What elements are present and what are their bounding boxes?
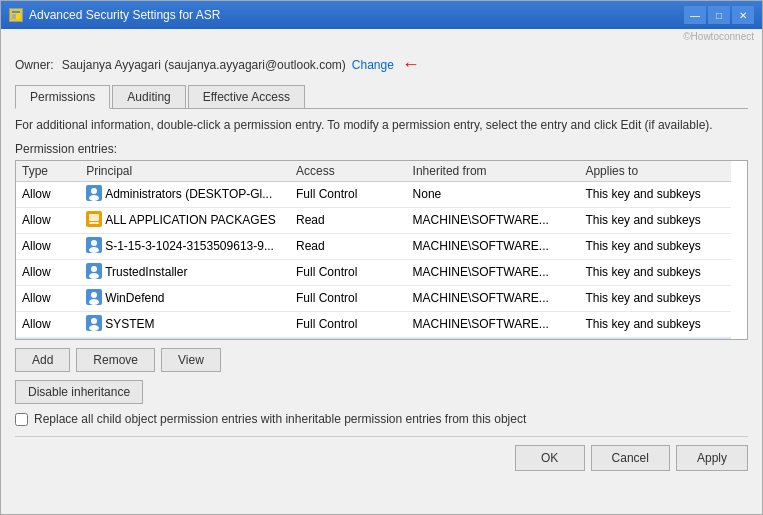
table-body: Allow Administrators (DESKTOP-Gl... Full… <box>16 181 731 339</box>
cell-inherited: None <box>407 181 580 207</box>
cell-access: Read <box>290 207 407 233</box>
watermark: ©Howtoconnect <box>1 29 762 44</box>
remove-button[interactable]: Remove <box>76 348 155 372</box>
dialog-buttons: OK Cancel Apply <box>15 436 748 471</box>
cell-inherited: MACHINE\SOFTWARE... <box>407 233 580 259</box>
principal-icon <box>86 237 102 256</box>
svg-point-20 <box>89 325 99 331</box>
cell-applies: This key and subkeys <box>579 259 731 285</box>
cell-type: Allow <box>16 259 80 285</box>
svg-rect-8 <box>89 222 99 224</box>
cell-inherited: MACHINE\SOFTWARE... <box>407 207 580 233</box>
cell-access: Read <box>290 233 407 259</box>
svg-point-10 <box>91 240 97 246</box>
principal-icon <box>86 211 102 230</box>
title-bar-left: Advanced Security Settings for ASR <box>9 8 220 22</box>
title-controls: — □ ✕ <box>684 6 754 24</box>
add-button[interactable]: Add <box>15 348 70 372</box>
minimize-button[interactable]: — <box>684 6 706 24</box>
cell-principal: SYSTEM <box>80 311 290 337</box>
cell-access: Full Control <box>290 259 407 285</box>
cell-access: Full Control <box>290 311 407 337</box>
title-bar: Advanced Security Settings for ASR — □ ✕ <box>1 1 762 29</box>
owner-row: Owner: Saujanya Ayyagari (saujanya.ayyag… <box>15 54 748 75</box>
table-row[interactable]: Allow S-1-15-3-1024-3153509613-9... Read… <box>16 233 731 259</box>
cell-type: Allow <box>16 207 80 233</box>
view-button[interactable]: View <box>161 348 221 372</box>
replace-checkbox[interactable] <box>15 413 28 426</box>
table-row[interactable]: Allow SYSTEM Full Control MACHINE\SOFTWA… <box>16 311 731 337</box>
principal-icon <box>86 315 102 334</box>
table-row[interactable]: Allow Administrators (DESKTOP-Gl... Full… <box>16 181 731 207</box>
principal-icon <box>86 185 102 204</box>
cell-type: Allow <box>16 337 80 339</box>
principal-icon <box>86 263 102 282</box>
cell-applies: This key and subkeys <box>579 285 731 311</box>
cell-principal: S-1-15-3-1024-3153509613-9... <box>80 233 290 259</box>
tab-bar: Permissions Auditing Effective Access <box>15 85 748 109</box>
svg-rect-2 <box>12 14 16 19</box>
cell-applies: This key and subkeys <box>579 311 731 337</box>
perm-entries-label: Permission entries: <box>15 142 748 156</box>
table-wrapper[interactable]: Type Principal Access Inherited from App… <box>16 161 747 339</box>
cell-access: Special <box>290 337 407 339</box>
owner-label: Owner: <box>15 58 54 72</box>
cell-inherited: MACHINE\SOFTWARE... <box>407 311 580 337</box>
svg-point-5 <box>89 195 99 201</box>
maximize-button[interactable]: □ <box>708 6 730 24</box>
tab-auditing[interactable]: Auditing <box>112 85 185 108</box>
close-button[interactable]: ✕ <box>732 6 754 24</box>
svg-rect-7 <box>89 214 99 221</box>
cell-type: Allow <box>16 233 80 259</box>
cell-principal: Administrators (DESKTOP-Gl... <box>80 337 290 339</box>
cell-inherited: MACHINE\SOFTWARE... <box>407 285 580 311</box>
cell-applies: This key only <box>579 337 731 339</box>
tab-effective-access[interactable]: Effective Access <box>188 85 305 108</box>
svg-point-16 <box>91 292 97 298</box>
table-row[interactable]: Allow Administrators (DESKTOP-Gl... Spec… <box>16 337 731 339</box>
table-row[interactable]: Allow WinDefend Full Control MACHINE\SOF… <box>16 285 731 311</box>
cell-principal: Administrators (DESKTOP-Gl... <box>80 181 290 207</box>
apply-button[interactable]: Apply <box>676 445 748 471</box>
cell-principal: WinDefend <box>80 285 290 311</box>
info-text: For additional information, double-click… <box>15 117 748 134</box>
checkbox-row: Replace all child object permission entr… <box>15 412 748 426</box>
principal-icon <box>86 289 102 308</box>
ok-button[interactable]: OK <box>515 445 585 471</box>
cell-applies: This key and subkeys <box>579 233 731 259</box>
permissions-table: Type Principal Access Inherited from App… <box>16 161 731 339</box>
disable-inheritance-button[interactable]: Disable inheritance <box>15 380 143 404</box>
action-buttons: Add Remove View <box>15 348 748 372</box>
col-header-principal: Principal <box>80 161 290 182</box>
replace-checkbox-label: Replace all child object permission entr… <box>34 412 526 426</box>
col-header-access: Access <box>290 161 407 182</box>
table-header-row: Type Principal Access Inherited from App… <box>16 161 731 182</box>
tab-permissions[interactable]: Permissions <box>15 85 110 109</box>
cell-access: Full Control <box>290 181 407 207</box>
cell-type: Allow <box>16 285 80 311</box>
table-row[interactable]: Allow ALL APPLICATION PACKAGES Read MACH… <box>16 207 731 233</box>
arrow-icon: ← <box>402 54 420 75</box>
window-title: Advanced Security Settings for ASR <box>29 8 220 22</box>
svg-rect-1 <box>12 11 20 13</box>
svg-point-11 <box>89 247 99 253</box>
col-header-applies: Applies to <box>579 161 731 182</box>
owner-value: Saujanya Ayyagari (saujanya.ayyagari@out… <box>62 58 346 72</box>
cell-applies: This key and subkeys <box>579 181 731 207</box>
cancel-button[interactable]: Cancel <box>591 445 670 471</box>
svg-point-19 <box>91 318 97 324</box>
svg-point-14 <box>89 273 99 279</box>
bottom-section: Add Remove View Disable inheritance Repl… <box>15 348 748 471</box>
cell-principal: ALL APPLICATION PACKAGES <box>80 207 290 233</box>
permissions-table-container: Type Principal Access Inherited from App… <box>15 160 748 340</box>
main-window: Advanced Security Settings for ASR — □ ✕… <box>0 0 763 515</box>
change-link[interactable]: Change <box>352 58 394 72</box>
table-row[interactable]: Allow TrustedInstaller Full Control MACH… <box>16 259 731 285</box>
cell-access: Full Control <box>290 285 407 311</box>
content-area: Owner: Saujanya Ayyagari (saujanya.ayyag… <box>1 44 762 514</box>
col-header-type: Type <box>16 161 80 182</box>
cell-type: Allow <box>16 181 80 207</box>
cell-applies: This key and subkeys <box>579 207 731 233</box>
cell-type: Allow <box>16 311 80 337</box>
svg-point-4 <box>91 188 97 194</box>
